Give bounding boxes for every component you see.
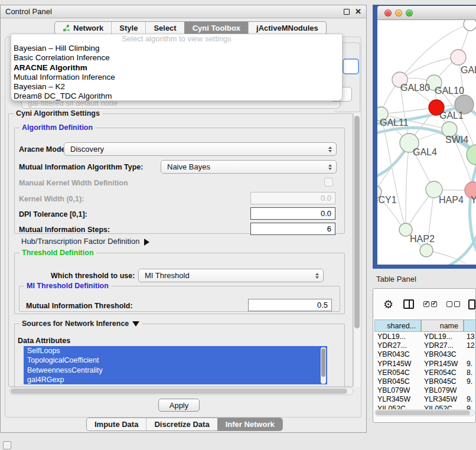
network-node[interactable] [464, 20, 476, 31]
algorithm-dropdown-placeholder: Select algorithm to view settings [11, 34, 342, 44]
algorithm-option[interactable]: ARACNE Algorithm [11, 63, 342, 73]
node-label: HAP2 [410, 234, 435, 244]
tab-jactivemnodules[interactable]: jActiveMNodules [248, 22, 326, 34]
hide-columns-icon[interactable] [446, 301, 460, 307]
collapse-triangle-icon[interactable] [132, 321, 139, 327]
algorithm-option[interactable]: Bayesian – K2 [11, 82, 342, 92]
mi-threshold-field[interactable]: 0.5 [248, 299, 332, 311]
table-cell: YLR345W [374, 395, 421, 404]
apply-button[interactable]: Apply [158, 399, 200, 412]
columns-icon[interactable] [403, 299, 414, 309]
table-header: shared...name [374, 319, 475, 332]
dpi-tolerance-field[interactable]: 0.0 [250, 207, 335, 220]
algorithm-option[interactable]: Mutual Information Inference [11, 73, 342, 82]
table-cell: 8. [464, 369, 476, 377]
data-attributes-label: Data Attributes [18, 337, 70, 345]
table-row[interactable]: YDR27...YDR27...12 [374, 341, 475, 350]
network-node[interactable] [451, 50, 466, 65]
table-row[interactable]: YBR043CYBR043C [374, 350, 475, 359]
control-panel-title: Control Panel [5, 7, 52, 16]
node-label: Y [471, 195, 476, 205]
float-window-icon[interactable] [344, 9, 350, 15]
mi-steps-field[interactable]: 6 [250, 223, 335, 235]
table-row[interactable]: YER054CYER054C8. [374, 369, 475, 377]
table-cell: YBR043C [421, 350, 464, 359]
network-edge [406, 143, 409, 230]
table-horizontal-scrollbar-thumb[interactable] [376, 410, 470, 415]
attribute-list-scrollbar-thumb[interactable] [321, 348, 325, 377]
column-header[interactable] [464, 319, 476, 332]
tab-style[interactable]: Style [111, 22, 145, 34]
aracne-mode-combo[interactable]: Discovery [64, 142, 337, 156]
column-header[interactable]: shared... [374, 319, 421, 332]
mi-type-combo[interactable]: Naive Bayes [161, 160, 337, 174]
data-attribute-item[interactable]: TopologicalCoefficient [24, 356, 327, 365]
network-node[interactable] [420, 244, 433, 257]
settings-vertical-scrollbar-thumb[interactable] [354, 116, 360, 328]
algorithm-option[interactable]: Bayesian – Hill Climbing [11, 44, 342, 53]
column-header[interactable]: name [421, 319, 464, 332]
tab-infer-network[interactable]: Infer Network [217, 418, 282, 431]
table-row[interactable]: YLR345WYLR345W9. [374, 395, 475, 404]
tab-discretize-data[interactable]: Discretize Data [146, 418, 217, 431]
table-cell: 9. [464, 377, 476, 386]
network-edge [436, 231, 476, 265]
close-icon[interactable]: ✕ [355, 7, 361, 16]
network-edge [400, 57, 458, 80]
which-threshold-label: Which threshold to use: [51, 272, 135, 280]
node-label: GAL80 [400, 83, 430, 93]
mac-minimize-button[interactable] [395, 9, 402, 17]
data-attribute-item[interactable]: SelfLoops [24, 346, 327, 356]
document-icon[interactable] [468, 299, 475, 309]
mac-close-button[interactable] [384, 9, 392, 17]
dock-panel-icon[interactable] [3, 441, 11, 449]
tab-select[interactable]: Select [145, 22, 184, 34]
manual-kernel-label: Manual Kernel Width Definition [19, 179, 128, 187]
manual-kernel-checkbox[interactable] [324, 178, 333, 187]
which-threshold-combo[interactable]: MI Threshold [138, 269, 324, 282]
mac-zoom-button[interactable] [406, 9, 413, 17]
node-label: GAL [461, 65, 476, 75]
node-label: HAP4 [439, 195, 464, 205]
node-label: GAL4 [413, 147, 437, 157]
table-row[interactable]: YBR045CYBR045C9. [374, 377, 475, 386]
algorithm-option[interactable]: Basic Correlation Inference [11, 53, 342, 63]
algorithm-option[interactable]: Dream8 DC_TDC Algorithm [11, 92, 342, 101]
hub-definition-expander[interactable]: Hub/Transcription Factor Definition [21, 237, 149, 246]
table-cell [464, 386, 476, 395]
gear-icon[interactable]: ⚙ [383, 299, 393, 310]
table-row[interactable]: YPR145WYPR145W9. [374, 360, 475, 369]
settings-horizontal-scrollbar-thumb[interactable] [11, 389, 347, 394]
data-attributes-list: SelfLoopsTopologicalCoefficientBetweenne… [24, 346, 327, 385]
mi-type-label: Mutual Information Algorithm Type: [19, 163, 143, 171]
kernel-width-field[interactable]: 0.0 [250, 192, 335, 204]
tab-cyni-toolbox[interactable]: Cyni Toolbox [184, 22, 248, 34]
data-attribute-item[interactable]: BetweennessCentrality [24, 366, 327, 375]
network-window-titlebar[interactable] [377, 6, 476, 20]
node-label: GCY1 [377, 195, 397, 205]
tab-impute-data[interactable]: Impute Data [87, 418, 146, 431]
dpi-tolerance-label: DPI Tolerance [0,1]: [19, 210, 87, 219]
table-cell: YDR27... [374, 341, 421, 350]
network-view-window[interactable]: GALGAL80GAL10GAL1GAL11SWI4GAL4GCY1HAP4YH… [373, 5, 476, 269]
network-edge [470, 165, 476, 255]
algorithm-dropdown-popup: Select algorithm to view settings Bayesi… [11, 34, 343, 101]
mi-steps-label: Mutual Information Steps: [19, 226, 110, 234]
node-label: GAL11 [380, 118, 409, 128]
spinner-arrows-icon [328, 164, 332, 170]
tab-network[interactable]: Network [55, 22, 111, 34]
table-panel-title: Table Panel [376, 275, 416, 283]
data-attribute-item[interactable]: gal4RGexp [24, 375, 327, 384]
threshold-definition-title: Threshold Definition [19, 249, 96, 257]
kernel-width-label: Kernel Width (0,1): [19, 195, 84, 203]
table-cell: 9. [464, 395, 476, 404]
control-panel-titlebar[interactable]: Control Panel ✕ [1, 5, 366, 18]
table-cell [464, 350, 476, 359]
table-row[interactable]: YDL19...YDL19...13 [374, 332, 475, 341]
table-cell: YBR045C [374, 377, 421, 386]
show-columns-icon[interactable] [423, 301, 437, 307]
table-cell: YBL079W [374, 386, 421, 395]
expand-triangle-icon[interactable] [144, 239, 149, 246]
network-canvas[interactable]: GALGAL80GAL10GAL1GAL11SWI4GAL4GCY1HAP4YH… [377, 20, 476, 265]
table-row[interactable]: YBL079WYBL079W [374, 386, 475, 395]
